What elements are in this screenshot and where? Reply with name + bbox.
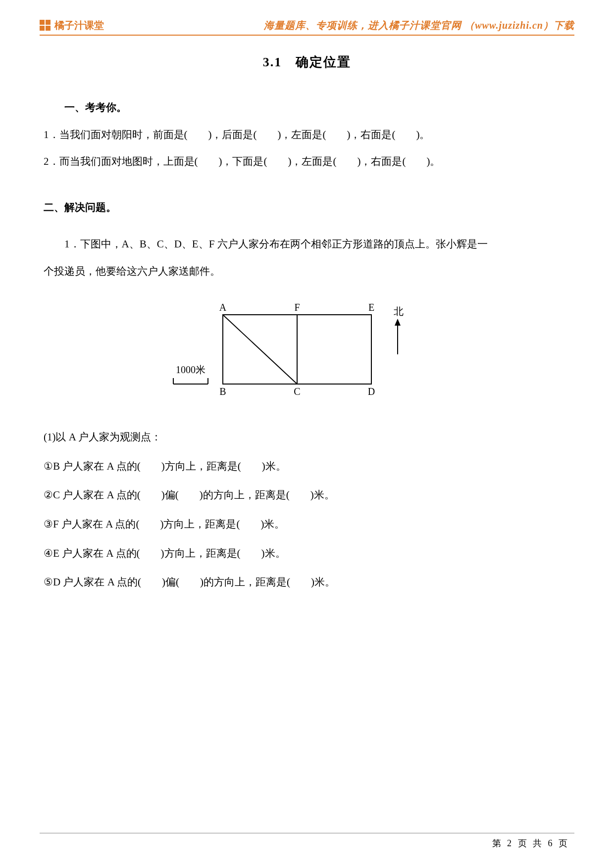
label-A: A — [219, 302, 227, 313]
sub-q3: ③F 户人家在 A 点的( )方向上，距离是( )米。 — [44, 511, 570, 538]
sub-q4: ④E 户人家在 A 点的( )方向上，距离是( )米。 — [44, 540, 570, 567]
label-C: C — [294, 386, 300, 397]
svg-rect-1 — [46, 20, 51, 25]
label-D: D — [368, 386, 375, 397]
label-scale: 1000米 — [176, 364, 205, 375]
svg-rect-5 — [297, 315, 371, 384]
s2-p1-line2: 个投递员，他要给这六户人家送邮件。 — [44, 258, 570, 285]
label-north: 北 — [394, 306, 404, 317]
header-right-text: 海量题库、专项训练，进入橘子汁课堂官网 （www.juzizhi.cn）下载 — [264, 19, 574, 32]
footer-divider — [40, 833, 574, 833]
sub-q1: ①B 户人家在 A 点的( )方向上，距离是( )米。 — [44, 453, 570, 480]
s2-p1-line1: 1．下图中，A、B、C、D、E、F 六户人家分布在两个相邻正方形道路的顶点上。张… — [44, 231, 570, 258]
s1-q1: 1．当我们面对朝阳时，前面是( )，后面是( )，左面是( )，右面是( )。 — [44, 121, 570, 148]
section2-heading: 二、解决问题。 — [44, 194, 570, 221]
svg-rect-3 — [46, 26, 51, 31]
header-divider — [40, 35, 574, 36]
diagram: A F E B C D 北 1000米 — [168, 300, 446, 409]
sub-q2: ②C 户人家在 A 点的( )偏( )的方向上，距离是( )米。 — [44, 482, 570, 509]
s1-q2: 2．而当我们面对地图时，上面是( )，下面是( )，左面是( )，右面是( )。 — [44, 148, 570, 175]
brand-logo: 橘子汁课堂 — [40, 19, 104, 32]
logo-icon — [40, 20, 51, 32]
label-F: F — [294, 302, 300, 313]
content-area: 一、考考你。 1．当我们面对朝阳时，前面是( )，后面是( )，左面是( )，右… — [44, 94, 570, 596]
section1-heading: 一、考考你。 — [44, 94, 570, 121]
svg-marker-8 — [395, 319, 401, 326]
label-B: B — [219, 386, 226, 397]
page-title: 3.1 确定位置 — [0, 53, 614, 71]
sub-intro: (1)以 A 户人家为观测点： — [44, 424, 570, 451]
svg-rect-0 — [40, 20, 45, 25]
label-E: E — [368, 302, 374, 313]
page-header: 橘子汁课堂 海量题库、专项训练，进入橘子汁课堂官网 （www.juzizhi.c… — [40, 19, 574, 32]
svg-line-6 — [223, 315, 297, 384]
page-footer: 第 2 页 共 6 页 — [492, 837, 570, 849]
brand-text: 橘子汁课堂 — [54, 19, 104, 32]
sub-q5: ⑤D 户人家在 A 点的( )偏( )的方向上，距离是( )米。 — [44, 569, 570, 596]
svg-rect-2 — [40, 26, 45, 31]
